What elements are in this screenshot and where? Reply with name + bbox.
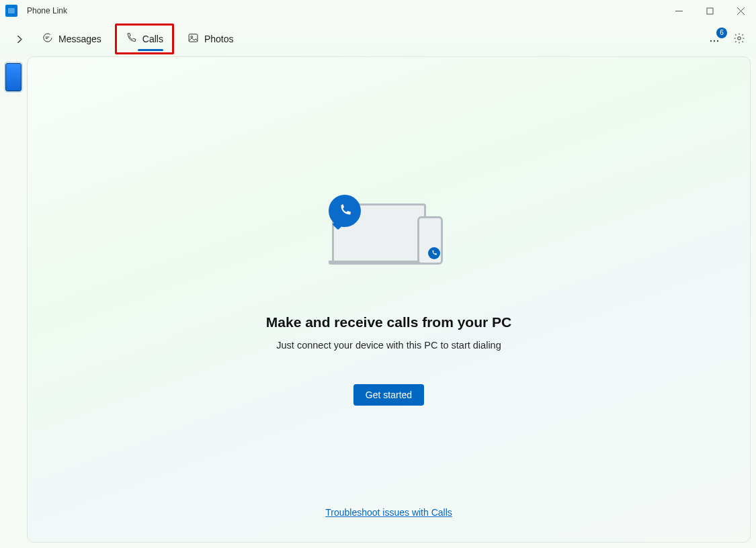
- back-button[interactable]: [8, 28, 30, 50]
- svg-point-7: [714, 40, 715, 42]
- app-title: Phone Link: [27, 6, 67, 15]
- tab-photos[interactable]: Photos: [181, 27, 241, 51]
- tab-label: Calls: [142, 34, 163, 44]
- notifications-badge: 6: [716, 28, 727, 38]
- body: Make and receive calls from your PC Just…: [0, 56, 756, 548]
- tab-calls[interactable]: Calls: [119, 28, 170, 50]
- troubleshoot-link[interactable]: Troubleshoot issues with Calls: [325, 507, 452, 518]
- app-icon: [5, 5, 17, 17]
- settings-button[interactable]: [733, 32, 747, 46]
- mini-phone-icon: [428, 247, 440, 259]
- minimize-button[interactable]: [663, 0, 694, 21]
- svg-rect-4: [189, 34, 198, 42]
- phone-icon: [126, 32, 137, 46]
- svg-point-6: [710, 40, 712, 42]
- svg-rect-1: [707, 8, 713, 14]
- main-panel: Make and receive calls from your PC Just…: [27, 56, 751, 543]
- svg-point-8: [717, 40, 718, 42]
- tabs: Messages Calls Photos: [35, 24, 241, 54]
- device-rail: [0, 56, 27, 548]
- calls-empty-state: Make and receive calls from your PC Just…: [187, 195, 591, 406]
- window-controls: [663, 0, 756, 21]
- empty-headline: Make and receive calls from your PC: [187, 314, 591, 330]
- get-started-button[interactable]: Get started: [353, 384, 424, 406]
- maximize-button[interactable]: [694, 0, 725, 21]
- chat-icon: [42, 32, 53, 46]
- phone-bubble-icon: [329, 195, 361, 227]
- close-button[interactable]: [725, 0, 756, 21]
- tab-label: Messages: [58, 34, 101, 44]
- svg-point-9: [738, 37, 741, 40]
- device-thumbnail[interactable]: [5, 63, 22, 91]
- toolbar: Messages Calls Photos 6: [0, 21, 756, 56]
- tab-calls-highlight: Calls: [115, 24, 174, 54]
- empty-subtext: Just connect your device with this PC to…: [187, 340, 591, 351]
- tab-messages[interactable]: Messages: [35, 27, 108, 51]
- more-button[interactable]: 6: [708, 32, 721, 46]
- toolbar-right: 6: [708, 32, 747, 46]
- image-icon: [187, 32, 199, 46]
- tab-label: Photos: [204, 34, 234, 44]
- calls-illustration: [329, 195, 450, 275]
- titlebar: Phone Link: [0, 0, 756, 21]
